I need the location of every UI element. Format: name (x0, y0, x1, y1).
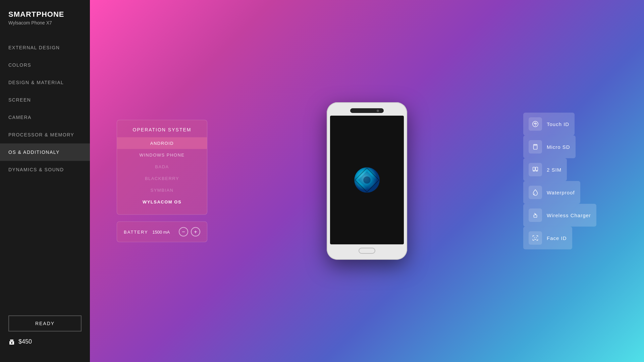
svg-line-13 (534, 194, 535, 195)
main-content: OPERATION SYSTEM ANDROIDWINDOWS PHONEBAD… (90, 0, 644, 362)
sidebar-item-colors[interactable]: COLORS (0, 56, 90, 74)
feature-icon-micro-sd (529, 140, 542, 154)
svg-point-4 (533, 121, 538, 127)
price-icon (8, 339, 15, 345)
os-options-container: ANDROIDWINDOWS PHONEBADABLACKBERRYSYMBIA… (117, 137, 207, 208)
sidebar-brand: SMARTPHONE Wylsacom Phone X7 (0, 10, 90, 39)
feature-button-touch-id[interactable]: Touch ID (523, 113, 575, 135)
feature-label-waterproof: Waterproof (547, 190, 575, 195)
sidebar-item-processor-memory[interactable]: PROCESSOR & MEMORY (0, 126, 90, 143)
os-option-windows-phone[interactable]: WINDOWS PHONE (117, 149, 207, 161)
os-option-blackberry[interactable]: BLACKBERRY (117, 173, 207, 184)
left-panel: OPERATION SYSTEM ANDROIDWINDOWS PHONEBAD… (117, 120, 207, 242)
sidebar-item-os-additionaly[interactable]: OS & ADDITIONALY (0, 143, 90, 161)
sidebar-item-screen[interactable]: SCREEN (0, 91, 90, 109)
feature-icon-face-id (529, 231, 542, 245)
price-row: $450 (8, 338, 82, 345)
feature-label-face-id: Face ID (547, 235, 567, 241)
feature-button-micro-sd[interactable]: Micro SD (523, 135, 576, 158)
feature-icon-2sim (529, 163, 542, 176)
feature-icon-waterproof (529, 186, 542, 199)
os-option-wylsacom-os[interactable]: Wylsacom OS (117, 196, 207, 208)
price-label: $450 (18, 338, 32, 345)
os-option-symbian[interactable]: SYMBIAN (117, 184, 207, 196)
feature-icon-wireless-charger (529, 208, 542, 222)
os-option-android[interactable]: ANDROID (117, 137, 207, 149)
phone-home-button[interactable] (359, 248, 375, 254)
feature-button-waterproof[interactable]: Waterproof (523, 181, 580, 204)
svg-point-17 (536, 237, 537, 238)
battery-increase-button[interactable]: + (191, 227, 200, 237)
sidebar-item-camera[interactable]: CAMERA (0, 109, 90, 126)
sidebar-item-external-design[interactable]: EXTERNAL DESIGN (0, 39, 90, 56)
os-option-bada[interactable]: BADA (117, 161, 207, 173)
feature-icon-touch-id (529, 117, 542, 131)
svg-rect-1 (11, 342, 12, 344)
phone-mockup (327, 102, 407, 260)
battery-info: BATTERY 1500 mA (124, 229, 170, 235)
phone-screen (330, 116, 404, 244)
battery-value: 1500 mA (152, 230, 170, 235)
battery-decrease-button[interactable]: − (179, 227, 188, 237)
brand-title: SMARTPHONE (8, 10, 82, 19)
sidebar: SMARTPHONE Wylsacom Phone X7 EXTERNAL DE… (0, 0, 90, 362)
feature-label-wireless-charger: Wireless Charger (547, 213, 591, 218)
svg-rect-0 (10, 340, 13, 341)
phone-logo (352, 165, 382, 195)
svg-rect-14 (534, 215, 537, 217)
ready-button[interactable]: READY (8, 315, 82, 331)
phone-top-bar (350, 108, 384, 113)
sidebar-item-dynamics-sound[interactable]: DYNAMICS & SOUND (0, 161, 90, 178)
svg-rect-9 (533, 167, 535, 171)
feature-label-2sim: 2 SIM (547, 167, 561, 173)
feature-button-face-id[interactable]: Face ID (523, 227, 572, 249)
sidebar-footer: READY $450 (0, 309, 90, 352)
feature-button-wireless-charger[interactable]: Wireless Charger (523, 204, 596, 227)
feature-label-micro-sd: Micro SD (547, 144, 570, 150)
svg-point-16 (534, 237, 535, 238)
feature-button-2sim[interactable]: 2 SIM (523, 158, 567, 181)
sidebar-item-design-material[interactable]: DESIGN & MATERIAL (0, 74, 90, 91)
svg-point-3 (363, 176, 371, 184)
feature-label-touch-id: Touch ID (547, 121, 569, 127)
battery-controls: − + (179, 227, 200, 237)
battery-card: BATTERY 1500 mA − + (117, 222, 207, 242)
sidebar-nav: EXTERNAL DESIGNCOLORSDESIGN & MATERIALSC… (0, 39, 90, 309)
battery-label: BATTERY (124, 230, 148, 235)
right-panel: Touch IDMicro SD2 SIMWaterproofWireless … (523, 113, 617, 249)
brand-subtitle: Wylsacom Phone X7 (8, 20, 82, 25)
features-container: Touch IDMicro SD2 SIMWaterproofWireless … (523, 113, 617, 249)
phone-camera-dot (377, 110, 379, 112)
phone-body (327, 102, 407, 260)
os-card-title: OPERATION SYSTEM (117, 127, 207, 132)
svg-rect-10 (536, 167, 538, 171)
os-card: OPERATION SYSTEM ANDROIDWINDOWS PHONEBAD… (117, 120, 207, 215)
